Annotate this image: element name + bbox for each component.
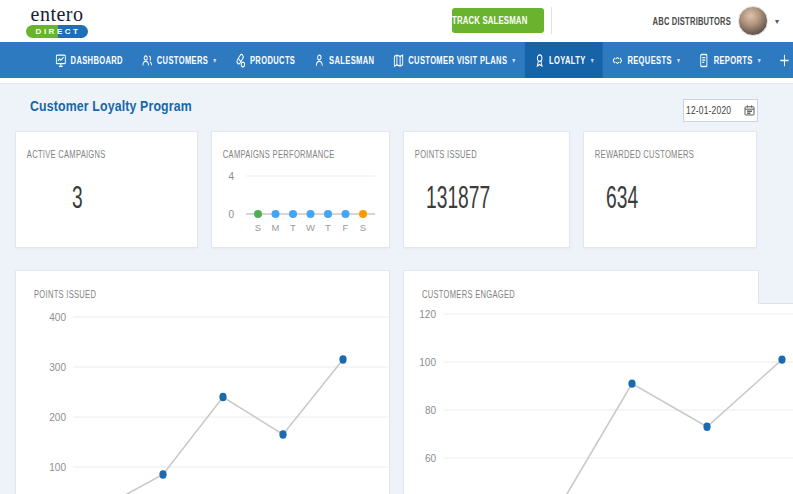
svg-text:300: 300 <box>49 362 66 373</box>
document-icon <box>699 53 710 68</box>
card-label: ACTIVE CAMPAIGNS <box>16 132 146 160</box>
points-issued-card: POINTS ISSUED 131877 <box>403 131 570 248</box>
points-issued-value: 131877 <box>426 180 515 216</box>
nav-label: CUSTOMER VISIT PLANS <box>408 54 507 66</box>
nav-label: LOYALTY <box>549 54 586 66</box>
award-icon <box>534 53 545 68</box>
calendar-icon <box>744 105 755 116</box>
svg-text:100: 100 <box>419 357 436 368</box>
chart-title: POINTS ISSUED <box>34 288 96 300</box>
nav-item-customers[interactable]: CUSTOMERS <box>132 42 225 78</box>
arrows-left-right-icon <box>612 53 623 68</box>
chart-title: CUSTOMERS ENGAGED <box>422 288 515 300</box>
chevron-down-icon <box>758 56 761 65</box>
nav-item-reports[interactable]: REPORTS <box>689 42 770 78</box>
card-label: CAMPAIGNS PERFORMANCE <box>212 132 339 160</box>
person-icon <box>314 53 325 68</box>
svg-text:W: W <box>306 222 315 233</box>
app-header: entero DIRECT TRACK SALESMAN ABC DISTRIB… <box>0 0 793 42</box>
dashboard-icon <box>55 53 66 68</box>
nav-label: REPORTS <box>714 54 753 66</box>
subheader-band <box>0 78 793 84</box>
app-logo[interactable]: entero DIRECT <box>26 4 88 38</box>
svg-text:200: 200 <box>49 412 66 423</box>
nav-label: PRODUCTS <box>250 54 295 66</box>
chevron-down-icon <box>591 56 594 65</box>
nav-item-other[interactable]: OTHER <box>770 42 793 78</box>
card-label: POINTS ISSUED <box>404 132 523 160</box>
avatar <box>738 6 768 36</box>
svg-text:M: M <box>272 222 280 233</box>
logo-wordmark: entero <box>26 4 88 24</box>
nav-item-customer-visit-plans[interactable]: CUSTOMER VISIT PLANS <box>384 42 525 78</box>
account-menu[interactable]: ABC DISTRIBUTORS <box>622 0 779 42</box>
chevron-down-icon <box>512 56 515 65</box>
track-salesman-button[interactable]: TRACK SALESMAN <box>452 8 544 33</box>
customers-icon <box>142 53 153 68</box>
svg-text:120: 120 <box>419 309 436 320</box>
date-value: 12-01-2020 <box>686 105 731 116</box>
svg-text:80: 80 <box>425 405 437 416</box>
campaigns-performance-sparkline: 40SMTWTFS <box>212 160 391 249</box>
chevron-down-icon <box>775 17 779 26</box>
card-label: REWARDED CUSTOMERS <box>584 132 708 160</box>
svg-text:400: 400 <box>49 312 66 323</box>
customers-engaged-chart: 1201008060 <box>404 271 793 494</box>
track-salesman-label: TRACK SALESMAN <box>452 15 527 26</box>
active-campaigns-value: 3 <box>72 180 150 216</box>
nav-label: DASHBOARD <box>71 54 123 66</box>
nav-label: REQUESTS <box>627 54 671 66</box>
map-icon <box>393 53 404 68</box>
header-divider <box>551 7 552 34</box>
svg-text:S: S <box>360 222 366 233</box>
nav-item-loyalty[interactable]: LOYALTY <box>525 42 603 78</box>
nav-label: CUSTOMERS <box>157 54 208 66</box>
chevron-down-icon <box>677 56 680 65</box>
svg-text:100: 100 <box>49 462 66 473</box>
nav-label: SALESMAN <box>329 54 374 66</box>
main-navbar: DASHBOARD CUSTOMERS PRODUCTS SALESMAN <box>0 42 793 78</box>
svg-text:T: T <box>325 222 331 233</box>
logo-badge: DIRECT <box>26 25 88 38</box>
chevron-down-icon <box>213 56 216 65</box>
page-title: Customer Loyalty Program <box>30 97 192 114</box>
nav-item-requests[interactable]: REQUESTS <box>603 42 689 78</box>
rewarded-customers-value: 634 <box>606 180 699 216</box>
svg-text:4: 4 <box>228 171 234 182</box>
customers-engaged-chart-card: 1201008060 CUSTOMERS ENGAGED <box>403 270 793 494</box>
points-issued-chart: 400300200100 <box>16 271 391 494</box>
rewarded-customers-card: REWARDED CUSTOMERS 634 <box>583 131 757 248</box>
active-campaigns-card: ACTIVE CAMPAIGNS 3 <box>15 131 198 248</box>
capsule-icon <box>235 53 246 68</box>
campaigns-performance-card: CAMPAIGNS PERFORMANCE 40SMTWTFS <box>211 131 390 248</box>
svg-text:60: 60 <box>425 453 437 464</box>
nav-item-salesman[interactable]: SALESMAN <box>305 42 384 78</box>
nav-item-dashboard[interactable]: DASHBOARD <box>46 42 132 78</box>
svg-text:T: T <box>290 222 296 233</box>
card-corner-notch <box>758 270 793 304</box>
account-name: ABC DISTRIBUTORS <box>652 15 731 27</box>
svg-text:S: S <box>255 222 261 233</box>
nav-item-products[interactable]: PRODUCTS <box>225 42 304 78</box>
svg-text:F: F <box>343 222 349 233</box>
svg-text:0: 0 <box>228 209 234 220</box>
points-issued-chart-card: 400300200100 POINTS ISSUED <box>15 270 390 494</box>
date-picker[interactable]: 12-01-2020 <box>683 99 758 122</box>
plus-icon <box>779 53 790 68</box>
